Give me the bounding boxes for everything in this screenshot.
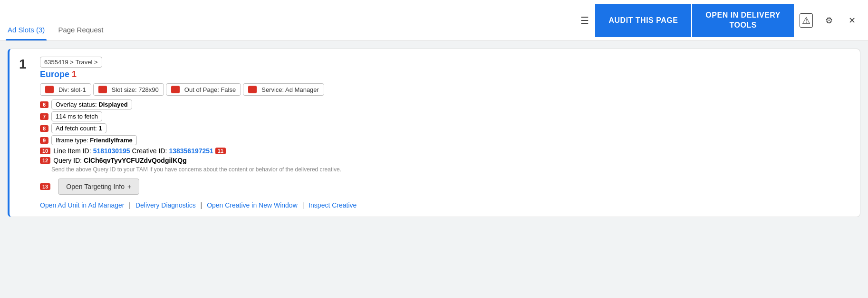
info-tags: 2 Div: slot-1 3 Slot size: 728x90 4 Out …: [40, 83, 850, 96]
line-item-row: 10 Line Item ID: 5181030195 Creative ID:…: [40, 147, 850, 155]
fetch-time-row: 7 114 ms to fetch: [40, 111, 850, 121]
gear-icon: ⚙: [825, 15, 833, 26]
targeting-btn-icon: +: [127, 183, 131, 190]
creative-id-box: Creative ID: 138356197251 11: [132, 147, 229, 155]
alert-icon: ⚠: [800, 13, 813, 28]
ad-slot-card: 1 6355419 > Travel > Europe 1 2 Div: slo…: [8, 49, 860, 217]
iframe-value: FriendlyIframe: [90, 137, 133, 144]
fetch-count-num: 8: [40, 125, 48, 132]
tag-num-4: 4: [171, 86, 180, 93]
overlay-label: Overlay status:: [56, 101, 97, 108]
settings-button[interactable]: ⚙: [819, 10, 839, 31]
info-tag-div: 2 Div: slot-1: [40, 83, 91, 96]
menu-icon: ☰: [580, 15, 589, 26]
creative-label: Creative ID:: [132, 147, 167, 155]
iframe-type-row: 9 Iframe type: FriendlyIframe: [40, 135, 850, 145]
overlay-status-row: 6 Overlay status: Displayed: [40, 99, 850, 109]
tag-label-out-of-page: Out of Page: False: [184, 86, 236, 93]
slot-name-badge: 1: [72, 70, 77, 79]
targeting-row: 13 Open Targeting Info +: [40, 179, 850, 195]
sep3: |: [302, 201, 304, 209]
tam-note: Send the above Query ID to your TAM if y…: [51, 166, 850, 173]
overlay-value: Displayed: [98, 101, 127, 108]
tabs-area: Ad Slots (3) Page Request: [6, 0, 105, 40]
fetch-box: 114 ms to fetch: [51, 111, 102, 121]
tab-ad-slots[interactable]: Ad Slots (3): [6, 22, 47, 40]
open-ad-unit-link[interactable]: Open Ad Unit in Ad Manager: [40, 201, 124, 209]
line-item-box: Line Item ID: 5181030195: [53, 147, 130, 155]
open-targeting-info-button[interactable]: Open Targeting Info +: [58, 179, 139, 195]
breadcrumb-id: 6355419 >: [44, 59, 74, 66]
breadcrumb-travel: Travel >: [76, 59, 98, 66]
tag-label-service: Service: Ad Manager: [261, 86, 319, 93]
tab-page-request[interactable]: Page Request: [56, 22, 105, 40]
overlay-num: 6: [40, 101, 48, 108]
fetch-num: 7: [40, 113, 48, 120]
line-item-num: 10: [40, 148, 50, 154]
tabs-row: Ad Slots (3) Page Request: [6, 22, 105, 40]
slot-name: Europe 1: [40, 70, 850, 79]
close-button[interactable]: ✕: [841, 10, 862, 31]
toolbar: Ad Slots (3) Page Request ☰ AUDIT THIS P…: [0, 0, 868, 41]
alert-icon-button[interactable]: ⚠: [796, 10, 817, 31]
fetch-count-row: 8 Ad fetch count: 1: [40, 123, 850, 133]
info-tag-service: 5 Service: Ad Manager: [243, 83, 324, 96]
tag-label-slot-size: Slot size: 728x90: [112, 86, 159, 93]
open-in-delivery-tools-button[interactable]: OPEN IN DELIVERY TOOLS: [692, 4, 794, 37]
query-id-box: Query ID: ClCh6qvTyvYCFUZdvQodgilKQg: [53, 157, 187, 164]
tag-num-5: 5: [248, 86, 257, 93]
line-item-label: Line Item ID:: [53, 147, 91, 155]
tag-num-3: 3: [98, 86, 107, 93]
fetch-count-label: Ad fetch count:: [56, 125, 97, 132]
overlay-box: Overlay status: Displayed: [51, 99, 132, 109]
footer-links: Open Ad Unit in Ad Manager | Delivery Di…: [40, 201, 850, 209]
targeting-btn-label: Open Targeting Info: [66, 183, 125, 190]
fetch-count-value: 1: [98, 125, 102, 132]
line-item-id[interactable]: 5181030195: [93, 147, 130, 155]
open-delivery-line2: TOOLS: [705, 20, 781, 30]
open-delivery-line1: OPEN IN DELIVERY: [705, 10, 781, 20]
sep2: |: [201, 201, 203, 209]
query-id-row: 12 Query ID: ClCh6qvTyvYCFUZdvQodgilKQg: [40, 157, 850, 164]
slot-number: 1: [19, 57, 32, 209]
audit-this-page-button[interactable]: AUDIT THIS PAGE: [595, 4, 691, 37]
tag-num-2: 2: [45, 86, 54, 93]
sep1: |: [129, 201, 131, 209]
delivery-diagnostics-link[interactable]: Delivery Diagnostics: [135, 201, 196, 209]
info-tag-out-of-page: 4 Out of Page: False: [166, 83, 241, 96]
query-num: 12: [40, 157, 50, 164]
tab-page-request-label: Page Request: [58, 26, 103, 34]
breadcrumb-box: 6355419 > Travel >: [40, 57, 102, 68]
fetch-count-box: Ad fetch count: 1: [51, 123, 106, 133]
breadcrumb: 6355419 > Travel >: [40, 57, 850, 68]
iframe-box: Iframe type: FriendlyIframe: [51, 135, 137, 145]
tag-label-div: Div: slot-1: [58, 86, 86, 93]
targeting-num: 13: [40, 183, 50, 190]
main-content: 1 6355419 > Travel > Europe 1 2 Div: slo…: [0, 41, 868, 225]
fetch-label: 114 ms to fetch: [56, 113, 98, 120]
creative-id[interactable]: 138356197251: [169, 147, 213, 155]
tab-ad-slots-label: Ad Slots (3): [8, 26, 45, 34]
creative-num: 11: [215, 148, 226, 154]
slot-name-text: Europe: [40, 70, 69, 79]
query-id: ClCh6qvTyvYCFUZdvQodgilKQg: [84, 157, 187, 164]
close-icon: ✕: [849, 15, 856, 26]
menu-button[interactable]: ☰: [574, 10, 595, 31]
iframe-label: Iframe type:: [56, 137, 88, 144]
open-creative-new-window-link[interactable]: Open Creative in New Window: [207, 201, 298, 209]
info-tag-slot-size: 3 Slot size: 728x90: [93, 83, 164, 96]
slot-details: 6355419 > Travel > Europe 1 2 Div: slot-…: [40, 57, 850, 209]
inspect-creative-link[interactable]: Inspect Creative: [309, 201, 357, 209]
query-label: Query ID:: [53, 157, 82, 164]
iframe-num: 9: [40, 137, 48, 144]
